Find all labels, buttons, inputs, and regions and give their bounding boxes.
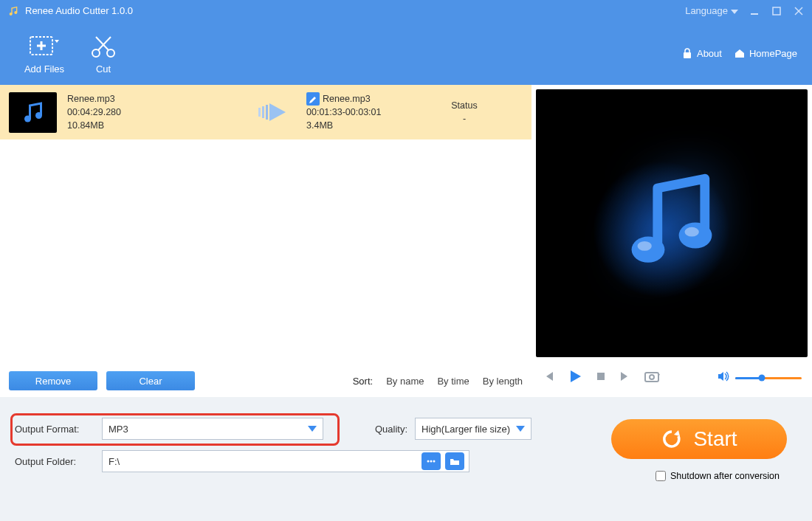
svg-point-28 xyxy=(433,460,436,463)
home-icon xyxy=(734,47,746,59)
prev-button[interactable] xyxy=(542,370,555,386)
sort-label: Sort: xyxy=(353,376,373,387)
volume-icon[interactable] xyxy=(716,370,729,386)
clear-button[interactable]: Clear xyxy=(106,371,195,390)
output-folder-value: F:\ xyxy=(109,456,417,467)
list-footer: Remove Clear Sort: By name By time By le… xyxy=(0,365,531,397)
svg-rect-16 xyxy=(258,108,261,117)
file-list: Renee.mp3 00:04:29.280 10.84MB Renee.mp3… xyxy=(0,85,531,365)
remove-button[interactable]: Remove xyxy=(9,371,97,390)
preview-area xyxy=(536,89,808,357)
shutdown-input[interactable] xyxy=(656,471,666,481)
svg-point-21 xyxy=(638,241,652,251)
language-selector[interactable]: Language xyxy=(685,5,738,16)
svg-rect-24 xyxy=(645,373,658,382)
quality-label: Quality: xyxy=(375,424,407,435)
maximize-button[interactable] xyxy=(771,5,782,17)
svg-point-22 xyxy=(685,227,699,236)
snapshot-button[interactable] xyxy=(644,370,660,386)
svg-point-9 xyxy=(92,49,100,57)
chevron-down-icon xyxy=(516,426,525,432)
svg-point-10 xyxy=(107,49,114,57)
start-button[interactable]: Start xyxy=(611,419,787,459)
source-name: Renee.mp3 xyxy=(67,92,244,106)
open-folder-button[interactable] xyxy=(445,452,464,470)
app-title: Renee Audio Cutter 1.0.0 xyxy=(25,5,133,16)
file-thumbnail xyxy=(9,92,57,133)
status-column: Status - xyxy=(435,99,494,125)
add-files-icon xyxy=(27,32,61,61)
svg-line-12 xyxy=(96,37,109,50)
svg-rect-23 xyxy=(597,373,605,380)
svg-point-15 xyxy=(35,112,42,119)
scissors-icon xyxy=(89,32,118,61)
refresh-icon xyxy=(661,428,683,450)
start-label: Start xyxy=(693,427,737,451)
svg-point-27 xyxy=(430,460,433,463)
output-info: Renee.mp3 00:01:33-00:03:01 3.4MB xyxy=(306,92,424,133)
next-button[interactable] xyxy=(619,370,632,386)
svg-point-1 xyxy=(14,11,17,14)
playback-controls xyxy=(536,357,808,393)
output-folder-input[interactable]: F:\ xyxy=(102,450,469,472)
preview-panel xyxy=(531,85,812,397)
svg-rect-3 xyxy=(773,7,780,15)
add-files-label: Add Files xyxy=(24,63,64,75)
play-button[interactable] xyxy=(567,368,583,387)
source-info: Renee.mp3 00:04:29.280 10.84MB xyxy=(67,92,244,132)
svg-line-11 xyxy=(98,37,111,50)
sort-bar: Sort: By name By time By length xyxy=(353,376,523,387)
output-folder-label: Output Folder: xyxy=(15,456,94,467)
file-panel: Renee.mp3 00:04:29.280 10.84MB Renee.mp3… xyxy=(0,85,531,397)
browse-button[interactable] xyxy=(422,452,441,470)
output-format-label: Output Format: xyxy=(15,424,94,435)
status-value: - xyxy=(435,112,494,125)
svg-point-25 xyxy=(650,375,654,379)
svg-point-0 xyxy=(10,13,13,15)
output-name: Renee.mp3 xyxy=(323,94,371,104)
shutdown-label: Shutdown after conversion xyxy=(670,471,780,481)
output-settings: Output Format: MP3 Quality: High(Larger … xyxy=(0,397,812,521)
cut-label: Cut xyxy=(96,63,111,75)
arrow-icon xyxy=(255,102,296,123)
file-row[interactable]: Renee.mp3 00:04:29.280 10.84MB Renee.mp3… xyxy=(0,85,531,139)
output-format-select[interactable]: MP3 xyxy=(102,418,323,440)
shutdown-checkbox[interactable]: Shutdown after conversion xyxy=(656,471,780,481)
status-label: Status xyxy=(435,99,494,112)
chevron-down-icon xyxy=(308,426,317,432)
edit-icon xyxy=(306,92,320,106)
homepage-link[interactable]: HomePage xyxy=(734,47,797,59)
app-logo-icon xyxy=(7,5,19,17)
svg-point-14 xyxy=(24,116,31,123)
svg-rect-13 xyxy=(684,52,691,58)
sort-by-length[interactable]: By length xyxy=(483,376,523,387)
toolbar: Add Files Cut About HomePage xyxy=(0,21,812,85)
svg-rect-18 xyxy=(266,105,268,120)
quality-value: High(Larger file size) xyxy=(422,424,510,435)
add-files-button[interactable]: Add Files xyxy=(15,32,74,75)
stop-button[interactable] xyxy=(595,370,607,385)
output-size: 3.4MB xyxy=(306,119,424,132)
source-size: 10.84MB xyxy=(67,119,244,132)
sort-by-name[interactable]: By name xyxy=(386,376,424,387)
minimize-button[interactable] xyxy=(749,5,760,17)
output-range: 00:01:33-00:03:01 xyxy=(306,106,424,119)
svg-point-26 xyxy=(427,460,430,463)
titlebar: Renee Audio Cutter 1.0.0 Language xyxy=(0,0,812,21)
chevron-down-icon xyxy=(731,10,738,14)
about-link[interactable]: About xyxy=(681,47,722,59)
quality-select[interactable]: High(Larger file size) xyxy=(415,418,531,440)
svg-rect-17 xyxy=(262,106,264,118)
lock-icon xyxy=(681,47,693,59)
cut-button[interactable]: Cut xyxy=(74,32,133,75)
sort-by-time[interactable]: By time xyxy=(437,376,469,387)
close-button[interactable] xyxy=(793,5,805,17)
music-note-icon xyxy=(613,165,731,283)
content-area: Renee.mp3 00:04:29.280 10.84MB Renee.mp3… xyxy=(0,85,812,397)
source-duration: 00:04:29.280 xyxy=(67,106,244,119)
output-format-value: MP3 xyxy=(109,424,128,435)
volume-slider[interactable] xyxy=(735,377,802,379)
